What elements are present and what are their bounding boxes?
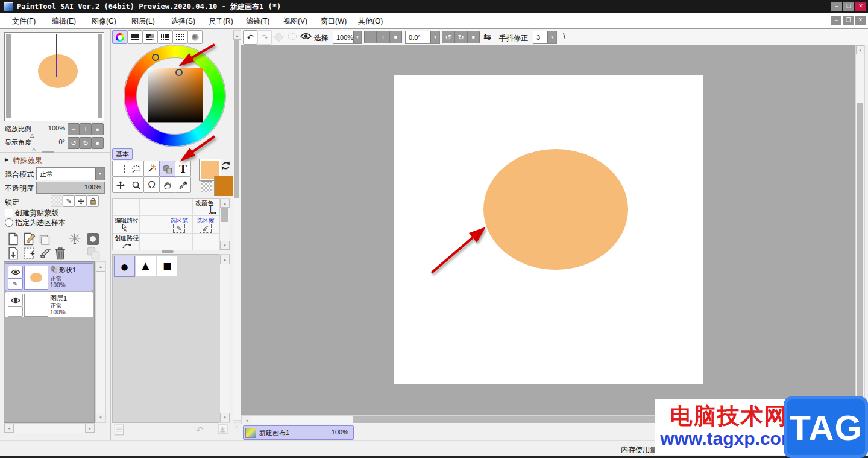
nav-zoom-out-button[interactable]: − xyxy=(68,123,80,135)
effects-header[interactable]: 特殊效果 xyxy=(13,156,42,166)
new-layer-button[interactable] xyxy=(7,232,19,246)
minimize-button[interactable]: – xyxy=(831,2,842,11)
zoom-out-button[interactable]: − xyxy=(364,31,377,43)
close-button[interactable]: ✕ xyxy=(855,2,866,11)
tool-options-scrollbar[interactable]: ▴ ▾ xyxy=(219,198,230,250)
scroll-up-icon[interactable]: ▴ xyxy=(220,199,230,208)
rgb-slider-mode-button[interactable] xyxy=(127,30,142,44)
menu-select[interactable]: 选择(S) xyxy=(171,16,195,27)
selection-source-radio[interactable] xyxy=(5,218,13,227)
effects-expand-icon[interactable]: ▶ xyxy=(5,157,8,162)
tool-lasso[interactable] xyxy=(128,161,144,177)
nav-rotate-reset-button[interactable]: ■ xyxy=(92,137,104,149)
menu-edit[interactable]: 编辑(E) xyxy=(52,16,76,27)
shape-list-scrollbar[interactable]: ▴ ▾ xyxy=(219,254,230,423)
tool-move[interactable] xyxy=(112,177,128,193)
scroll-down-icon[interactable]: ▾ xyxy=(220,413,230,422)
clear-layer-button[interactable] xyxy=(39,247,52,259)
rotate-cw-button[interactable]: ↻ xyxy=(454,31,467,43)
layer-list-scrollbar[interactable]: ▴ ▾ xyxy=(95,261,106,423)
new-vector-layer-button[interactable] xyxy=(23,232,36,246)
scroll-up-icon[interactable]: ▴ xyxy=(233,31,241,40)
preset-list-button[interactable] xyxy=(114,424,124,436)
scroll-right-icon[interactable]: ▸ xyxy=(85,424,95,433)
lock-move-button[interactable] xyxy=(75,195,87,207)
reset-tool-button[interactable]: ↶ xyxy=(196,425,204,436)
layer-visibility-toggle[interactable] xyxy=(8,266,23,279)
menu-image[interactable]: 图像(C) xyxy=(92,16,116,27)
lock-transparency-button[interactable] xyxy=(51,195,63,207)
tool-eyedropper[interactable] xyxy=(175,177,191,193)
maximize-button[interactable]: ❐ xyxy=(843,2,854,11)
nav-zoom-reset-button[interactable]: ■ xyxy=(92,123,104,135)
nav-zoom-slider-marker[interactable]: △ xyxy=(30,133,34,138)
new-folder-button[interactable] xyxy=(39,233,51,245)
canvas-tab[interactable]: 新建画布1 100% xyxy=(243,425,354,440)
scrollbar-thumb[interactable] xyxy=(234,40,239,198)
layer-edit-toggle[interactable] xyxy=(8,306,23,317)
clip-mask-checkbox[interactable] xyxy=(5,209,13,217)
option-change-color[interactable]: 改颜色 ∫ xyxy=(192,199,219,215)
tool-rect-select[interactable] xyxy=(112,161,128,177)
zoom-dropdown[interactable]: 100% ▾ xyxy=(333,31,362,44)
scroll-down-icon[interactable]: ▾ xyxy=(96,413,105,422)
scroll-down-icon[interactable]: ▾ xyxy=(220,241,230,250)
scroll-left-icon[interactable]: ◂ xyxy=(242,416,251,425)
stabilizer-dropdown[interactable]: 3 ▾ xyxy=(533,31,557,44)
nav-angle-slider-marker[interactable]: △ xyxy=(32,147,36,152)
menu-ruler[interactable]: 尺子(R) xyxy=(209,16,233,27)
scroll-up-icon[interactable]: ▴ xyxy=(856,45,864,54)
undo-button[interactable]: ↶ xyxy=(243,30,257,45)
tab-basic[interactable]: 基本 xyxy=(112,148,133,160)
copy-layer-button[interactable] xyxy=(23,247,36,260)
blend-mode-dropdown[interactable]: 正常 ▾ xyxy=(36,167,105,180)
option-edit-path[interactable]: 编辑路径 xyxy=(113,215,139,233)
left-panel-hscrollbar[interactable]: ◂ ▸ xyxy=(4,423,95,433)
shape-item-circle[interactable]: ● xyxy=(114,256,135,277)
save-tool-button[interactable] xyxy=(218,424,228,434)
chevron-down-icon[interactable]: ▾ xyxy=(95,168,104,180)
rotate-reset-button[interactable]: ■ xyxy=(467,31,480,43)
scroll-left-icon[interactable]: ◂ xyxy=(4,424,14,433)
nav-rotate-ccw-button[interactable]: ↺ xyxy=(68,137,80,149)
hsv-slider-mode-button[interactable] xyxy=(142,30,157,44)
panel-collapse-button[interactable]: ▾ xyxy=(233,422,241,431)
nav-rotate-cw-button[interactable]: ↻ xyxy=(80,137,92,149)
transparent-color-swatch[interactable] xyxy=(201,181,212,192)
shape-item-triangle[interactable]: ▲ xyxy=(136,256,156,276)
layer-visibility-toggle[interactable] xyxy=(8,294,23,307)
tool-hand[interactable] xyxy=(159,177,175,193)
color-wheel-mode-button[interactable] xyxy=(112,30,127,44)
canvas-ellipse-shape[interactable] xyxy=(483,149,628,270)
layer-thumbnail[interactable] xyxy=(24,294,48,317)
chevron-down-icon[interactable]: ▾ xyxy=(430,31,439,43)
saturation-value-square[interactable] xyxy=(148,68,203,123)
canvas-viewport[interactable] xyxy=(241,45,855,415)
paint-effect-button[interactable] xyxy=(87,233,99,245)
clip-group-button[interactable] xyxy=(87,247,100,260)
menu-window[interactable]: 窗口(W) xyxy=(321,16,347,27)
line-quality-icon[interactable]: \ xyxy=(563,31,565,41)
layer-thumbnail[interactable] xyxy=(24,266,48,290)
option-selection-eraser[interactable]: 选区擦 xyxy=(192,215,219,233)
doc-minimize-button[interactable]: – xyxy=(831,16,841,25)
doc-restore-button[interactable]: ❐ xyxy=(843,16,854,25)
shape-item-square[interactable]: ■ xyxy=(157,256,177,276)
left-separator-handle[interactable] xyxy=(42,151,54,153)
layer-row-shape1[interactable]: ✎ 形状1 正常 100% xyxy=(5,263,93,291)
tool-magic-wand[interactable] xyxy=(143,161,160,177)
flip-horizontal-button[interactable]: ⇆ xyxy=(483,31,491,42)
secondary-color-swatch[interactable] xyxy=(214,176,234,196)
chevron-down-icon[interactable]: ▾ xyxy=(353,31,361,43)
navigator-preview[interactable] xyxy=(4,32,104,121)
menu-filter[interactable]: 滤镜(T) xyxy=(246,16,269,27)
delete-layer-button[interactable] xyxy=(54,246,66,260)
option-create-path[interactable]: 创建路径 xyxy=(113,233,139,250)
zoom-reset-button[interactable]: ■ xyxy=(389,31,402,43)
nav-angle-slider[interactable] xyxy=(4,138,66,147)
opacity-slider[interactable]: 100% xyxy=(36,182,105,194)
rotate-ccw-button[interactable]: ↺ xyxy=(442,31,454,43)
doc-close-button[interactable]: ✕ xyxy=(855,16,866,25)
tool-zoom[interactable] xyxy=(128,177,144,193)
lock-paint-button[interactable]: ✎ xyxy=(63,195,75,207)
